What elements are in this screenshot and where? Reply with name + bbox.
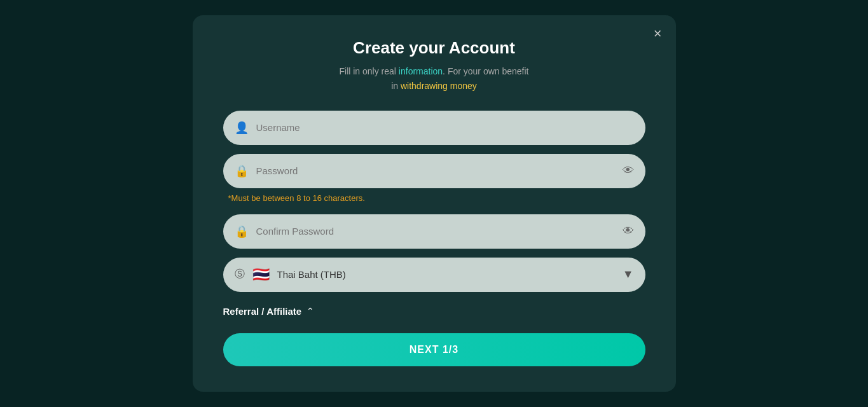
password-hint: *Must be between 8 to 16 characters. <box>223 193 645 203</box>
username-input[interactable] <box>256 122 634 133</box>
register-modal: × Create your Account Fill in only real … <box>193 15 676 392</box>
currency-coin-icon: Ⓢ <box>235 268 245 281</box>
subtitle-money-highlight: withdrawing money <box>401 81 477 91</box>
next-button[interactable]: NEXT 1/3 <box>223 333 645 366</box>
modal-overlay: × Create your Account Fill in only real … <box>0 0 868 407</box>
confirm-password-input[interactable] <box>256 226 615 237</box>
referral-label: Referral / Affiliate <box>223 306 302 317</box>
password-visibility-toggle[interactable]: 👁︎ <box>623 164 634 177</box>
password-input[interactable] <box>256 165 615 176</box>
lock-icon-confirm: 🔒 <box>235 224 249 238</box>
modal-title: Create your Account <box>223 38 645 58</box>
currency-selector[interactable]: Ⓢ 🇹🇭 Thai Baht (THB) ▼ <box>223 258 645 292</box>
confirm-password-field-wrapper: 🔒 👁︎ <box>223 214 645 249</box>
password-field-wrapper: 🔒 👁︎ <box>223 154 645 188</box>
close-button[interactable]: × <box>654 27 662 41</box>
currency-chevron-down-icon: ▼ <box>623 268 634 281</box>
form-fields: 👤 🔒 👁︎ *Must be between 8 to 16 characte… <box>223 111 645 292</box>
username-field-wrapper: 👤 <box>223 111 645 145</box>
modal-subtitle: Fill in only real information. For your … <box>223 64 645 93</box>
lock-icon-password: 🔒 <box>235 164 249 178</box>
referral-chevron-up-icon: ⌃ <box>307 306 314 316</box>
currency-label: Thai Baht (THB) <box>277 269 615 280</box>
referral-section[interactable]: Referral / Affiliate ⌃ <box>223 306 645 317</box>
confirm-password-visibility-toggle[interactable]: 👁︎ <box>623 224 634 238</box>
subtitle-info-highlight: information <box>399 66 443 76</box>
user-icon: 👤 <box>235 121 249 135</box>
currency-flag-icon: 🇹🇭 <box>252 266 270 283</box>
